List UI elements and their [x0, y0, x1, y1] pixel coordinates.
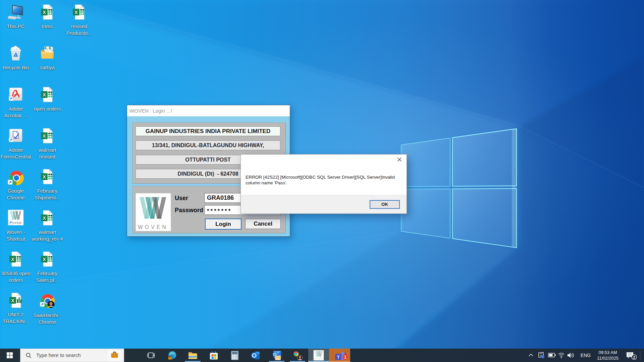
svg-text:1: 1 [344, 355, 346, 360]
svg-text:T: T [337, 355, 340, 360]
svg-text:2: 2 [633, 355, 635, 359]
